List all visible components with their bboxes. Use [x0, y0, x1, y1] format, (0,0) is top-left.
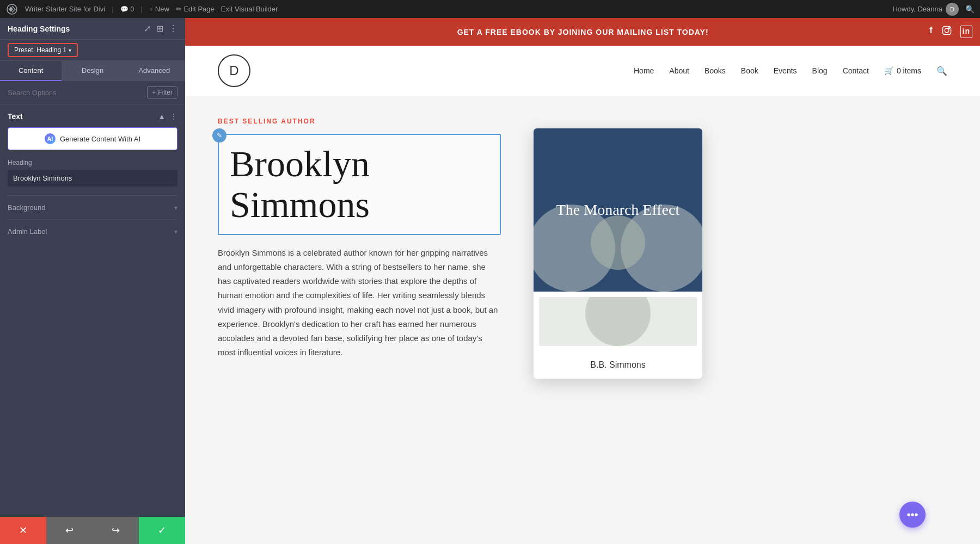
chevron-down-icon: ▾ — [69, 47, 71, 53]
split-view-icon[interactable]: ⊞ — [156, 23, 163, 34]
fab-icon: ••• — [906, 509, 918, 521]
cart-nav[interactable]: 🛒 0 items — [884, 66, 921, 75]
sidebar-title: Heading Settings — [8, 24, 70, 33]
sidebar-header-icons: ⤢ ⊞ ⋮ — [144, 23, 177, 34]
instagram-icon[interactable] — [942, 26, 952, 38]
admin-bar: Writer Starter Site for Divi | 💬 0 | + N… — [0, 0, 980, 18]
undo-icon: ↩ — [65, 524, 74, 536]
admin-label-section: Admin Label ▾ — [8, 219, 177, 243]
nav-contact[interactable]: Contact — [843, 66, 869, 75]
social-icons: f in — [929, 26, 972, 38]
promo-text: GET A FREE EBOOK BY JOINING OUR MAILING … — [457, 28, 709, 36]
cancel-button[interactable]: ✕ — [0, 517, 46, 544]
book-cover: The Monarch Effect — [534, 128, 702, 292]
book-title-overlay: The Monarch Effect — [546, 200, 691, 220]
heading-input[interactable] — [8, 170, 177, 187]
sidebar-tabs: Content Design Advanced — [0, 61, 185, 81]
edit-page-link[interactable]: ✏ Edit Page — [176, 5, 215, 13]
site-logo[interactable]: D — [218, 54, 250, 87]
hero-section: BEST SELLING AUTHOR ✎ Brooklyn Simmons B… — [218, 118, 947, 379]
cart-count: 0 items — [897, 66, 921, 75]
site-nav: Home About Books Book Events Blog Contac… — [634, 66, 947, 76]
cancel-icon: ✕ — [19, 524, 27, 536]
admin-label-text: Admin Label — [8, 227, 47, 236]
hero-text: BEST SELLING AUTHOR ✎ Brooklyn Simmons B… — [218, 118, 501, 360]
wp-logo-icon[interactable] — [5, 3, 19, 16]
text-section-header: Text ▲ ⋮ — [8, 112, 177, 121]
text-section-title: Text — [8, 112, 23, 121]
nav-events[interactable]: Events — [774, 66, 797, 75]
nav-about[interactable]: About — [669, 66, 689, 75]
section-menu-icon[interactable]: ⋮ — [170, 112, 177, 121]
best-selling-label: BEST SELLING AUTHOR — [218, 118, 501, 125]
heading-field-group: Heading — [8, 159, 177, 187]
svg-point-3 — [948, 28, 950, 29]
sidebar: Heading Settings ⤢ ⊞ ⋮ Preset: Heading 1… — [0, 18, 185, 544]
tab-content[interactable]: Content — [0, 61, 62, 81]
comment-icon[interactable]: 💬 0 — [120, 5, 134, 13]
plus-icon: + — [152, 89, 156, 96]
sidebar-content: Text ▲ ⋮ AI Generate Content With AI Hea… — [0, 104, 185, 517]
site-search-icon[interactable]: 🔍 — [936, 66, 947, 76]
admin-label-chevron-icon: ▾ — [174, 228, 177, 236]
sidebar-footer: ✕ ↩ ↪ ✓ — [0, 517, 185, 544]
book-card: The Monarch Effect B.B. Simmons — [534, 128, 702, 379]
fullscreen-icon[interactable]: ⤢ — [144, 23, 151, 34]
preset-button[interactable]: Preset: Heading 1 ▾ — [8, 43, 78, 57]
site-header: D Home About Books Book Events Blog Cont… — [185, 46, 980, 96]
content-area: GET A FREE EBOOK BY JOINING OUR MAILING … — [185, 18, 980, 544]
collapse-icon[interactable]: ▲ — [158, 112, 166, 121]
sidebar-header: Heading Settings ⤢ ⊞ ⋮ — [0, 18, 185, 40]
filter-button[interactable]: + Filter — [147, 86, 177, 98]
preset-bar: Preset: Heading 1 ▾ — [0, 40, 185, 61]
tab-advanced[interactable]: Advanced — [124, 61, 185, 81]
save-icon: ✓ — [158, 524, 166, 536]
tab-design[interactable]: Design — [62, 61, 123, 81]
howdy-label: Howdy, Deanna D — [892, 3, 959, 16]
promo-bar: GET A FREE EBOOK BY JOINING OUR MAILING … — [185, 18, 980, 46]
background-section: Background ▾ — [8, 195, 177, 219]
arc-center — [591, 215, 645, 270]
background-label: Background — [8, 203, 45, 212]
facebook-icon[interactable]: f — [929, 26, 933, 38]
redo-button[interactable]: ↪ — [93, 517, 139, 544]
bio-text: Brooklyn Simmons is a celebrated author … — [218, 246, 501, 360]
admin-label-section-header[interactable]: Admin Label ▾ — [8, 227, 177, 236]
save-button[interactable]: ✓ — [139, 517, 185, 544]
nav-blog[interactable]: Blog — [812, 66, 828, 75]
page-content: BEST SELLING AUTHOR ✎ Brooklyn Simmons B… — [185, 96, 980, 544]
admin-search-icon[interactable]: 🔍 — [965, 5, 975, 14]
svg-point-2 — [945, 28, 949, 33]
nav-home[interactable]: Home — [634, 66, 654, 75]
linkedin-icon[interactable]: in — [960, 26, 972, 38]
nav-books[interactable]: Books — [705, 66, 726, 75]
redo-icon: ↪ — [112, 524, 120, 536]
book-author: B.B. Simmons — [534, 351, 702, 379]
book-sub-cover — [539, 297, 697, 346]
background-section-header[interactable]: Background ▾ — [8, 203, 177, 212]
nav-book[interactable]: Book — [741, 66, 758, 75]
more-options-icon[interactable]: ⋮ — [169, 23, 177, 34]
exit-visual-builder-link[interactable]: Exit Visual Builder — [221, 5, 278, 13]
heading-field-label: Heading — [8, 159, 177, 166]
heading-edit-icon[interactable]: ✎ — [212, 128, 226, 143]
main-heading: Brooklyn Simmons — [230, 144, 489, 225]
background-chevron-icon: ▾ — [174, 204, 177, 212]
floating-action-button[interactable]: ••• — [899, 502, 926, 528]
new-link[interactable]: + New — [149, 5, 169, 13]
cart-icon: 🛒 — [884, 66, 893, 75]
generate-ai-button[interactable]: AI Generate Content With AI — [8, 127, 177, 150]
site-name-label[interactable]: Writer Starter Site for Divi — [25, 5, 105, 13]
search-options-input[interactable] — [8, 89, 143, 97]
book-sub-arc — [585, 297, 651, 346]
undo-button[interactable]: ↩ — [46, 517, 93, 544]
heading-block[interactable]: ✎ Brooklyn Simmons — [218, 134, 501, 235]
ai-icon: AI — [45, 133, 56, 144]
user-avatar[interactable]: D — [946, 3, 959, 16]
section-controls: ▲ ⋮ — [158, 112, 177, 121]
sidebar-search-bar: + Filter — [0, 81, 185, 104]
